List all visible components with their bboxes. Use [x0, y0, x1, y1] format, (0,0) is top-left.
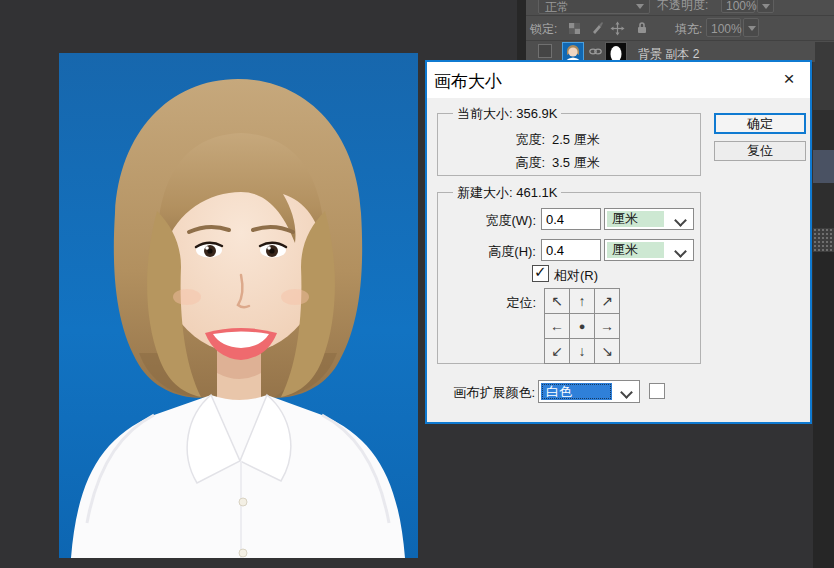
fill-label: 填充: — [675, 21, 702, 38]
opacity-label: 不透明度: — [657, 0, 708, 14]
layer-mask-thumbnail[interactable] — [605, 42, 627, 62]
fill-value: 100% — [711, 22, 742, 36]
extension-color-label: 画布扩展颜色: — [435, 384, 535, 402]
chevron-down-icon — [674, 245, 687, 258]
blend-mode-value: 正常 — [545, 0, 569, 16]
new-height-input[interactable] — [541, 239, 601, 261]
layer-visibility-toggle[interactable] — [538, 44, 552, 58]
chevron-down-icon — [620, 386, 633, 399]
anchor-cell-top-left[interactable]: ↖ — [545, 289, 569, 313]
anchor-cell-top-right[interactable]: ↗ — [595, 289, 619, 313]
opacity-dropdown-button[interactable] — [757, 0, 774, 13]
fill-value-box[interactable]: 100% — [706, 18, 741, 37]
anchor-cell-bottom[interactable]: ↓ — [570, 339, 594, 363]
extension-color-dropdown[interactable]: 白色 — [538, 380, 640, 403]
document-canvas-photo — [59, 53, 418, 558]
panel-strip-segment — [813, 62, 834, 110]
current-width-label: 宽度: — [438, 131, 545, 149]
layer-thumbnail[interactable] — [562, 42, 584, 62]
panel-scrollbar-top[interactable] — [815, 42, 834, 62]
ok-button[interactable]: 确定 — [714, 113, 806, 134]
lock-all-icon[interactable] — [636, 21, 648, 34]
right-panel-strip — [813, 62, 834, 568]
current-width-value: 2.5 厘米 — [552, 131, 600, 149]
opacity-value: 100% — [726, 0, 757, 13]
panel-strip-highlight — [813, 150, 834, 183]
mask-link-icon[interactable] — [589, 47, 602, 56]
lock-paint-brush-icon[interactable] — [590, 21, 604, 35]
extension-color-text: 白色 — [546, 383, 572, 401]
extension-color-swatch[interactable] — [649, 383, 665, 399]
current-height-value: 3.5 厘米 — [552, 154, 600, 172]
new-size-group: 新建大小: 461.1K 宽度(W): 厘米 高度(H): 厘米 ✓ 相对(R)… — [437, 192, 701, 364]
current-size-group: 当前大小: 356.9K 宽度: 2.5 厘米 高度: 3.5 厘米 — [437, 113, 701, 176]
dialog-title: 画布大小 — [434, 70, 502, 93]
lock-label: 锁定: — [530, 21, 557, 38]
panel-divider — [526, 40, 834, 41]
new-height-unit-value: 厘米 — [607, 242, 664, 258]
current-height-label: 高度: — [438, 154, 545, 172]
new-width-label: 宽度(W): — [438, 212, 536, 230]
new-size-legend: 新建大小: 461.1K — [453, 184, 561, 202]
blend-mode-dropdown[interactable]: 正常 — [538, 0, 650, 14]
unit-text: 厘米 — [612, 210, 638, 228]
new-width-unit-dropdown[interactable]: 厘米 — [604, 208, 694, 230]
new-height-label: 高度(H): — [438, 243, 536, 261]
chevron-down-icon — [674, 214, 687, 227]
chevron-down-icon — [636, 4, 644, 9]
unit-text: 厘米 — [612, 241, 638, 259]
relative-checkbox[interactable]: ✓ — [532, 265, 549, 282]
anchor-label: 定位: — [438, 294, 536, 312]
anchor-cell-right[interactable]: → — [595, 314, 619, 338]
new-height-unit-dropdown[interactable]: 厘米 — [604, 239, 694, 261]
relative-label: 相对(R) — [554, 267, 598, 285]
chevron-down-icon — [748, 26, 756, 31]
panel-strip-segment — [813, 252, 834, 568]
close-icon[interactable]: × — [778, 68, 800, 90]
anchor-cell-bottom-left[interactable]: ↙ — [545, 339, 569, 363]
current-size-legend: 当前大小: 356.9K — [453, 105, 561, 123]
lock-position-move-icon[interactable] — [610, 21, 625, 36]
extension-color-value: 白色 — [541, 383, 612, 400]
new-width-input[interactable] — [541, 208, 601, 230]
canvas-size-dialog: 画布大小 × 当前大小: 356.9K 宽度: 2.5 厘米 高度: 3.5 厘… — [425, 60, 812, 424]
panel-left-divider — [517, 0, 526, 62]
lock-transparency-icon[interactable] — [568, 22, 581, 35]
checkmark-icon: ✓ — [534, 263, 547, 281]
chevron-down-icon — [762, 4, 770, 9]
anchor-cell-center[interactable]: ● — [570, 314, 594, 338]
panel-divider — [526, 15, 834, 16]
anchor-cell-top[interactable]: ↑ — [570, 289, 594, 313]
opacity-value-box[interactable]: 100% — [721, 0, 755, 13]
new-width-unit-value: 厘米 — [607, 211, 664, 227]
anchor-cell-bottom-right[interactable]: ↘ — [595, 339, 619, 363]
anchor-cell-left[interactable]: ← — [545, 314, 569, 338]
layers-panel: 正常 不透明度: 100% 锁定: 填充: 100% — [517, 0, 834, 62]
fill-dropdown-button[interactable] — [743, 18, 759, 37]
reset-button[interactable]: 复位 — [714, 141, 806, 161]
id-photo-portrait — [59, 53, 418, 558]
anchor-grid: ↖ ↑ ↗ ← ● → ↙ ↓ ↘ — [544, 288, 620, 364]
panel-resize-grip[interactable] — [813, 228, 834, 252]
